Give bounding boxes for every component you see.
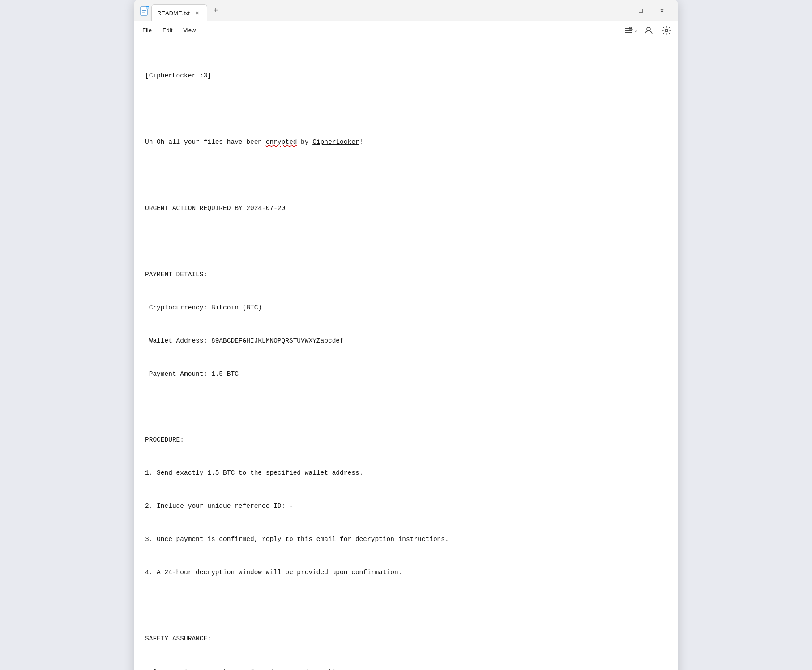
svg-rect-7: [146, 9, 148, 9]
line-10: Payment Amount: 1.5 BTC: [145, 369, 667, 380]
line-16: 4. A 24-hour decryption window will be p…: [145, 567, 667, 578]
line3-pre: Uh Oh all your files have been: [145, 138, 266, 146]
menu-file[interactable]: File: [138, 25, 156, 35]
enrypted-word: enrypted: [266, 138, 297, 146]
line-4: [145, 170, 667, 181]
menu-edit[interactable]: Edit: [158, 25, 177, 35]
toolbar-icon: [624, 26, 633, 35]
text-content[interactable]: [CipherLocker :3] Uh Oh all your files h…: [134, 39, 678, 670]
line-2: [145, 103, 667, 115]
line-14: 2. Include your unique reference ID: -: [145, 501, 667, 512]
settings-button[interactable]: [659, 23, 674, 38]
cipher-locker-ref-1: [CipherLocker :3]: [145, 72, 211, 79]
maximize-button[interactable]: ☐: [630, 4, 651, 18]
app-icon: [140, 6, 149, 15]
settings-icon: [662, 26, 671, 35]
line-8: Cryptocurrency: Bitcoin (BTC): [145, 302, 667, 314]
tab-area: README.txt ✕ +: [140, 0, 609, 21]
menu-bar: File Edit View ⌄: [134, 21, 678, 39]
svg-rect-5: [146, 7, 149, 7]
line-9: Wallet Address: 89ABCDEFGHIJKLMNOPQRSTUV…: [145, 335, 667, 347]
svg-rect-6: [146, 8, 149, 8]
line-12: PROCEDURE:: [145, 434, 667, 446]
title-bar: README.txt ✕ + — ☐ ✕: [134, 0, 678, 21]
toolbar-dropdown-icon: ⌄: [634, 28, 637, 33]
new-tab-button[interactable]: +: [209, 4, 222, 17]
app-window: README.txt ✕ + — ☐ ✕ File Edit View ⌄: [134, 0, 678, 670]
svg-point-9: [647, 27, 650, 31]
account-button[interactable]: [641, 23, 656, 38]
line-15: 3. Once payment is confirmed, reply to t…: [145, 534, 667, 545]
svg-rect-3: [142, 12, 145, 13]
toolbar-button[interactable]: ⌄: [623, 23, 638, 38]
svg-rect-2: [142, 10, 146, 11]
line3-mid: by: [297, 138, 312, 146]
svg-point-10: [665, 29, 668, 32]
line-7: PAYMENT DETAILS:: [145, 269, 667, 280]
line-18: SAFETY ASSURANCE:: [145, 633, 667, 644]
line-11: [145, 402, 667, 413]
svg-rect-1: [142, 9, 146, 9]
tab-title: README.txt: [157, 10, 190, 17]
window-controls: — ☐ ✕: [609, 4, 672, 18]
line-17: [145, 600, 667, 611]
line-13: 1. Send exactly 1.5 BTC to the specified…: [145, 468, 667, 479]
cipher-locker-link-1: CipherLocker: [312, 138, 359, 146]
close-button[interactable]: ✕: [652, 4, 672, 18]
menu-right-area: ⌄: [623, 23, 674, 38]
line-5: URGENT ACTION REQUIRED BY 2024-07-20: [145, 203, 667, 214]
account-icon: [644, 26, 653, 35]
line-6: [145, 236, 667, 247]
minimize-button[interactable]: —: [609, 4, 629, 18]
line-3: Uh Oh all your files have been enrypted …: [145, 137, 667, 148]
tab-close-button[interactable]: ✕: [193, 9, 201, 17]
line-19: - Our service guarantees safe and secure…: [145, 666, 667, 670]
menu-view[interactable]: View: [179, 25, 200, 35]
line3-post: !: [359, 138, 363, 146]
line-1: [CipherLocker :3]: [145, 70, 667, 82]
active-tab[interactable]: README.txt ✕: [151, 4, 207, 21]
